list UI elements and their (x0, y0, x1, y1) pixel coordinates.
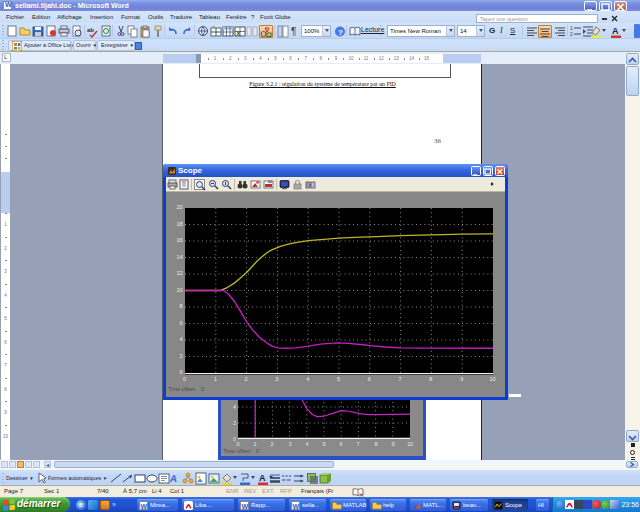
svg-text:?: ? (338, 27, 343, 36)
svg-text:A: A (612, 26, 619, 36)
svg-text:2: 2 (570, 31, 573, 37)
svg-text:X: X (236, 30, 241, 37)
svg-text:ab: ab (87, 27, 94, 33)
svg-text:¶: ¶ (291, 26, 296, 37)
svg-text:W: W (293, 502, 300, 509)
svg-text:A: A (170, 473, 178, 484)
svg-text:W: W (242, 502, 249, 509)
svg-text:W: W (141, 502, 148, 509)
svg-text:A: A (259, 473, 266, 483)
